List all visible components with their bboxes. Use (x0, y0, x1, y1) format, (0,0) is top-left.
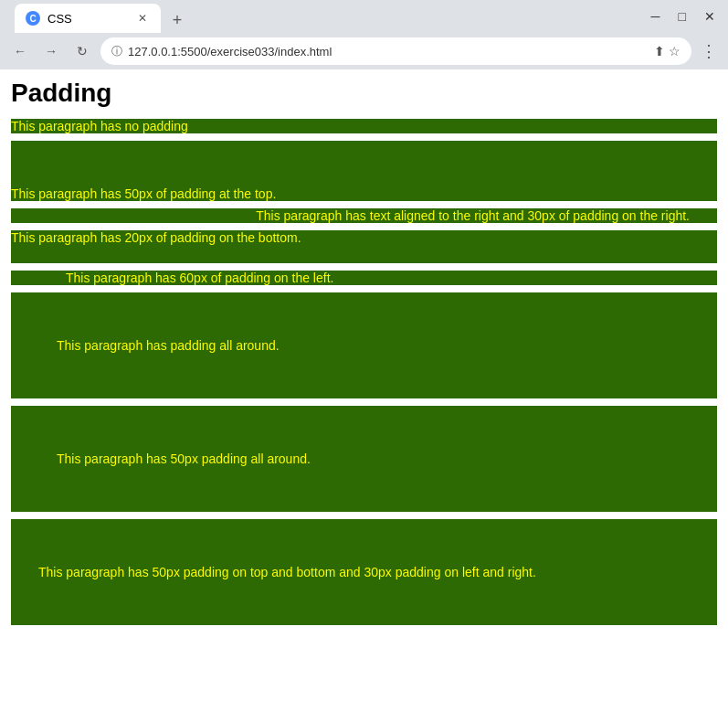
page-content: Padding This paragraph has no padding Th… (0, 69, 728, 701)
back-button[interactable]: ← (7, 38, 33, 64)
minimize-button[interactable]: ─ (646, 7, 666, 26)
page-title: Padding (11, 79, 717, 108)
address-bar[interactable]: ⓘ 127.0.0.1:5500/exercise033/index.html … (100, 37, 691, 65)
paragraph-left-padding: This paragraph has 60px of padding on th… (11, 271, 717, 285)
paragraph-all-padding: This paragraph has padding all around. (11, 292, 717, 398)
browser-window: C CSS ✕ + ─ □ ✕ ← → ↻ ⓘ 127.0.0.1:5500/e… (0, 0, 728, 701)
share-icon[interactable]: ⬆ (654, 44, 665, 58)
browser-menu-button[interactable]: ⋮ (697, 41, 721, 61)
close-button[interactable]: ✕ (699, 7, 721, 26)
tab-title: CSS (47, 12, 72, 26)
address-bar-row: ← → ↻ ⓘ 127.0.0.1:5500/exercise033/index… (0, 33, 728, 69)
tab-close-button[interactable]: ✕ (135, 11, 150, 26)
maximize-button[interactable]: □ (673, 7, 691, 26)
window-controls: ─ □ ✕ (646, 7, 721, 26)
forward-button[interactable]: → (38, 38, 64, 64)
active-tab[interactable]: C CSS ✕ (15, 4, 161, 33)
title-bar: C CSS ✕ + ─ □ ✕ (0, 0, 728, 33)
new-tab-button[interactable]: + (164, 7, 190, 33)
lock-icon: ⓘ (111, 44, 122, 59)
paragraph-50-30: This paragraph has 50px padding on top a… (11, 519, 717, 625)
reload-button[interactable]: ↻ (69, 38, 95, 64)
paragraph-bottom-padding: This paragraph has 20px of padding on th… (11, 230, 717, 263)
paragraph-right-padding: This paragraph has text aligned to the r… (11, 208, 717, 223)
tab-bar: C CSS ✕ + (7, 0, 197, 33)
address-actions: ⬆ ☆ (654, 44, 681, 58)
paragraph-no-padding: This paragraph has no padding (11, 119, 717, 133)
paragraph-top-padding: This paragraph has 50px of padding at th… (11, 141, 717, 201)
bookmark-icon[interactable]: ☆ (669, 44, 681, 58)
paragraph-50px-all: This paragraph has 50px padding all arou… (11, 406, 717, 512)
tab-favicon: C (26, 11, 40, 26)
url-text: 127.0.0.1:5500/exercise033/index.html (128, 45, 649, 58)
